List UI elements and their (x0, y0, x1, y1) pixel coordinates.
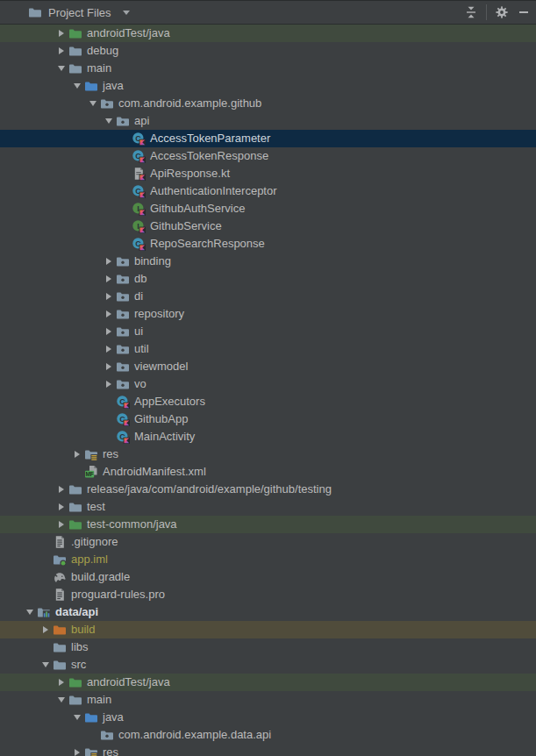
tree-row[interactable]: test-common/java (0, 516, 536, 533)
tree-row[interactable]: com.android.example.github (0, 95, 536, 112)
tree-row[interactable]: MFAndroidManifest.xml (0, 463, 536, 481)
tree-row[interactable]: .gitignore (0, 533, 536, 551)
collapsed-arrow-icon[interactable] (102, 323, 116, 340)
collapsed-arrow-icon[interactable] (54, 481, 68, 498)
collapsed-arrow-icon[interactable] (70, 446, 84, 463)
collapsed-arrow-icon[interactable] (39, 621, 53, 638)
tree-row[interactable]: ui (0, 323, 536, 340)
expanded-arrow-icon[interactable] (70, 709, 84, 726)
collapsed-arrow-icon[interactable] (102, 253, 116, 270)
collapse-all-icon[interactable] (464, 5, 478, 19)
tree-row[interactable]: main (0, 691, 536, 709)
tree-row[interactable]: res (0, 446, 536, 463)
tree-row[interactable]: build (0, 621, 536, 638)
tree-row[interactable]: debug (0, 42, 536, 60)
tree-row[interactable]: api (0, 112, 536, 130)
tree-row[interactable]: test (0, 498, 536, 516)
tree-row-label: androidTest/java (87, 674, 170, 691)
tree-row[interactable]: IGithubService (0, 218, 536, 235)
expanded-arrow-icon[interactable] (54, 60, 68, 77)
tree-row[interactable]: build.gradle (0, 568, 536, 586)
kotlin-class-icon: C (132, 132, 146, 146)
tree-row-label: di (134, 288, 143, 305)
hide-icon[interactable] (517, 5, 531, 19)
tree-row-label: build.gradle (71, 568, 130, 586)
collapsed-arrow-icon[interactable] (54, 42, 68, 60)
toolwindow-title[interactable]: Project Files (48, 6, 111, 19)
tree-row-label: androidTest/java (87, 25, 170, 42)
tree-row[interactable]: java (0, 77, 536, 95)
tree-row[interactable]: repository (0, 305, 536, 323)
tree-row[interactable]: data/api (0, 603, 536, 621)
tree-row[interactable]: CAccessTokenResponse (0, 147, 536, 165)
collapsed-arrow-icon[interactable] (54, 25, 68, 42)
tree-row-label: java (103, 709, 124, 726)
tree-row[interactable]: java (0, 709, 536, 726)
collapsed-arrow-icon[interactable] (54, 516, 68, 533)
collapsed-arrow-icon[interactable] (102, 288, 116, 305)
collapsed-arrow-icon[interactable] (54, 498, 68, 516)
tree-row[interactable]: ApiResponse.kt (0, 165, 536, 182)
collapsed-arrow-icon[interactable] (54, 674, 68, 691)
tree-row[interactable]: main (0, 60, 536, 77)
tree-row[interactable]: IGithubAuthService (0, 200, 536, 218)
package-icon (116, 289, 130, 303)
expanded-arrow-icon[interactable] (23, 603, 37, 621)
tree-row[interactable]: db (0, 270, 536, 288)
gear-icon[interactable] (495, 5, 509, 19)
tree-row[interactable]: CAppExecutors (0, 393, 536, 410)
tree-row[interactable]: res (0, 744, 536, 756)
arrow-spacer (39, 586, 53, 603)
tree-row[interactable]: libs (0, 638, 536, 656)
tree-row[interactable]: CMainActivity (0, 428, 536, 446)
expanded-arrow-icon[interactable] (86, 95, 100, 112)
folder-res-icon (84, 447, 98, 461)
tree-row[interactable]: release/java/com/android/example/github/… (0, 481, 536, 498)
folder-orange-icon (53, 623, 67, 637)
tree-row[interactable]: app.iml (0, 551, 536, 568)
tree-row[interactable]: CAuthenticationInterceptor (0, 182, 536, 200)
arrow-spacer (118, 218, 132, 235)
collapsed-arrow-icon[interactable] (102, 358, 116, 375)
kotlin-class-icon: C (132, 184, 146, 198)
package-icon (116, 342, 130, 356)
kotlin-class-icon: C (116, 412, 130, 426)
expanded-arrow-icon[interactable] (39, 656, 53, 674)
tree-row[interactable]: CAccessTokenParameter (0, 130, 536, 147)
tree-row[interactable]: CRepoSearchResponse (0, 235, 536, 253)
collapsed-arrow-icon[interactable] (70, 744, 84, 756)
kotlin-class-icon: C (116, 395, 130, 409)
tree-row[interactable]: binding (0, 253, 536, 270)
expanded-arrow-icon[interactable] (102, 112, 116, 130)
folder-blue-icon (84, 710, 98, 724)
tree-row[interactable]: src (0, 656, 536, 674)
tree-row-label: binding (134, 253, 171, 270)
expanded-arrow-icon[interactable] (54, 691, 68, 709)
tree-row-label: data/api (55, 603, 98, 621)
tree-row[interactable]: viewmodel (0, 358, 536, 375)
tree-row[interactable]: util (0, 340, 536, 358)
tree-row[interactable]: vo (0, 375, 536, 393)
expanded-arrow-icon[interactable] (70, 77, 84, 95)
package-icon (100, 728, 114, 742)
tree-row[interactable]: CGithubApp (0, 410, 536, 428)
tree-row[interactable]: com.android.example.data.api (0, 726, 536, 744)
tree-row[interactable]: androidTest/java (0, 674, 536, 691)
collapsed-arrow-icon[interactable] (102, 375, 116, 393)
tree-row-label: libs (71, 638, 89, 656)
arrow-spacer (102, 393, 116, 410)
tree-row-label: AppExecutors (134, 393, 205, 410)
tree-row[interactable]: di (0, 288, 536, 305)
tree-row[interactable]: androidTest/java (0, 25, 536, 42)
arrow-spacer (86, 726, 100, 744)
tree-row[interactable]: proguard-rules.pro (0, 586, 536, 603)
project-files-tree: androidTest/javadebugmainjavacom.android… (0, 25, 536, 756)
collapsed-arrow-icon[interactable] (102, 340, 116, 358)
tree-row-label: .gitignore (71, 533, 118, 551)
collapsed-arrow-icon[interactable] (102, 305, 116, 323)
collapsed-arrow-icon[interactable] (102, 270, 116, 288)
folder-res-icon (84, 745, 98, 756)
chevron-down-icon[interactable] (123, 11, 130, 15)
tree-row-label: util (134, 340, 149, 358)
package-icon (116, 325, 130, 339)
